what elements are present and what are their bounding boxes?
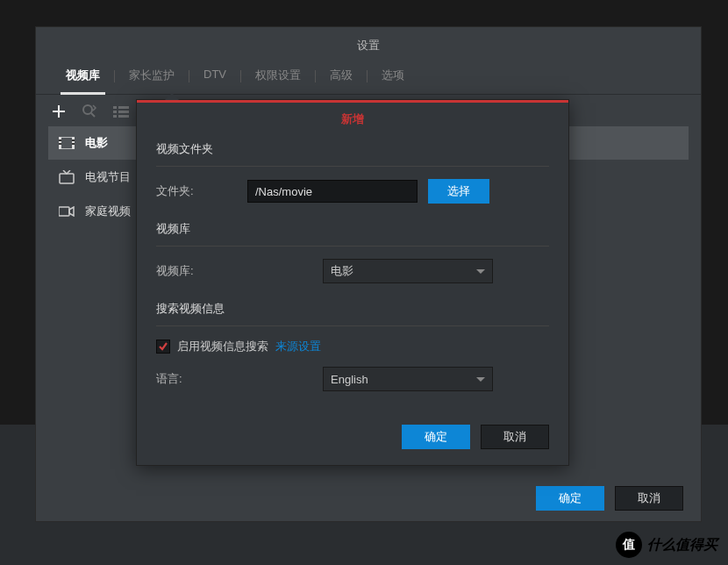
- add-dialog: 新增 视频文件夹 文件夹: 选择 视频库 视频库: 电影 搜索视频信息 启用视频…: [136, 99, 569, 466]
- svg-rect-3: [113, 115, 117, 118]
- language-select-value: English: [331, 373, 368, 386]
- svg-rect-13: [72, 143, 75, 145]
- tab-parental[interactable]: 家长监护: [117, 59, 187, 94]
- main-footer: 确定 取消: [36, 476, 701, 521]
- watermark-text: 什么值得买: [647, 536, 717, 554]
- tab-options[interactable]: 选项: [369, 59, 417, 94]
- folder-input[interactable]: [247, 180, 418, 203]
- watermark: 值 什么值得买: [616, 532, 717, 558]
- search-tool-icon[interactable]: [82, 104, 97, 119]
- library-select[interactable]: 电影: [323, 259, 493, 283]
- dialog-footer: 确定 取消: [137, 416, 568, 465]
- svg-rect-14: [60, 174, 74, 183]
- folder-label: 文件夹:: [156, 183, 247, 199]
- window-title: 设置: [36, 27, 701, 59]
- list-item-label: 家庭视频: [85, 204, 131, 219]
- list-item-label: 电视节目: [85, 169, 131, 185]
- ok-button[interactable]: 确定: [536, 486, 604, 511]
- camera-icon: [59, 206, 75, 217]
- language-select[interactable]: English: [323, 367, 493, 391]
- source-settings-link[interactable]: 来源设置: [275, 339, 321, 354]
- tab-video-library[interactable]: 视频库: [54, 59, 112, 94]
- cancel-button[interactable]: 取消: [615, 486, 683, 511]
- tab-bar: 视频库 家长监护 DTV 权限设置 高级 选项: [36, 59, 701, 95]
- svg-rect-12: [72, 139, 75, 141]
- dialog-ok-button[interactable]: 确定: [402, 425, 470, 449]
- svg-rect-6: [118, 115, 129, 118]
- section-library-title: 视频库: [156, 216, 549, 247]
- svg-rect-1: [113, 106, 117, 109]
- svg-rect-11: [59, 143, 61, 145]
- library-select-value: 电影: [331, 263, 353, 279]
- tab-permissions[interactable]: 权限设置: [243, 59, 313, 94]
- chevron-down-icon: [476, 269, 485, 274]
- svg-rect-5: [118, 111, 129, 113]
- svg-point-0: [83, 105, 92, 114]
- section-search-title: 搜索视频信息: [156, 296, 549, 326]
- svg-rect-10: [59, 139, 61, 141]
- svg-rect-4: [118, 106, 129, 109]
- enable-search-checkbox[interactable]: [156, 340, 170, 354]
- list-item-label: 电影: [85, 135, 108, 151]
- view-icon[interactable]: [113, 105, 129, 118]
- tab-advanced[interactable]: 高级: [318, 59, 365, 94]
- dialog-cancel-button[interactable]: 取消: [481, 425, 549, 449]
- tab-dtv[interactable]: DTV: [191, 59, 239, 94]
- tv-icon: [59, 170, 75, 184]
- section-folder-title: 视频文件夹: [156, 136, 549, 167]
- film-icon: [59, 137, 75, 149]
- choose-button[interactable]: 选择: [428, 179, 489, 204]
- dialog-arrow: [165, 93, 179, 100]
- chevron-down-icon: [476, 377, 485, 382]
- watermark-badge: 值: [616, 532, 642, 558]
- add-icon[interactable]: [52, 104, 66, 118]
- svg-rect-15: [59, 207, 69, 216]
- language-label: 语言:: [156, 371, 247, 387]
- checkbox-label: 启用视频信息搜索: [177, 339, 268, 354]
- dialog-title: 新增: [137, 103, 568, 136]
- svg-rect-2: [113, 111, 117, 113]
- library-label: 视频库:: [156, 263, 247, 279]
